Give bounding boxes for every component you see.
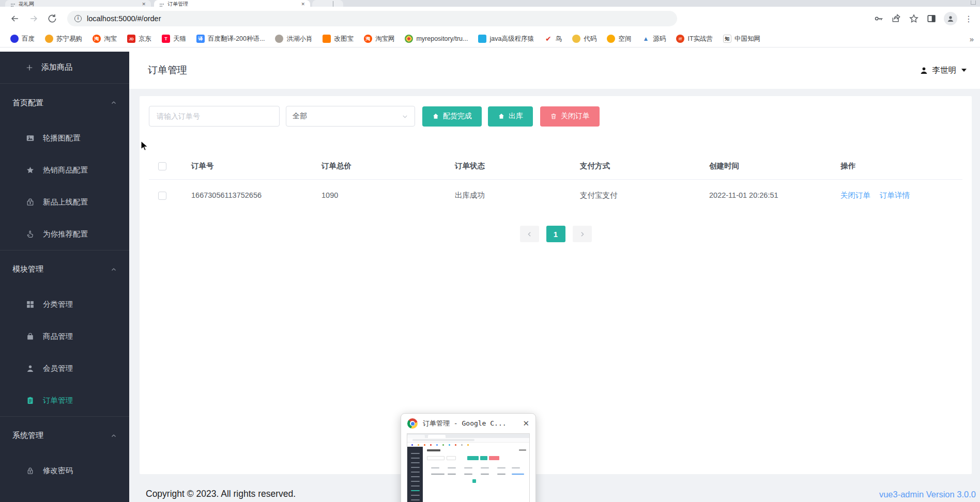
sidebar-item-recommend-config[interactable]: 为你推荐配置 [0, 218, 129, 250]
bookmark-label: 百度翻译-200种语... [208, 35, 265, 43]
bookmark-favicon [323, 35, 331, 43]
button-label: 配货完成 [443, 112, 472, 121]
bookmark-label: myrepository/tru... [416, 35, 468, 42]
bookmark-label: 空间 [618, 35, 631, 43]
column-header: 订单号 [182, 153, 312, 179]
bookmarks-overflow-icon[interactable]: » [970, 35, 974, 43]
tab-strip: 花礼网 ✕ 订单管理 ✕ [0, 0, 980, 7]
bookmark-code[interactable]: 代码 [568, 33, 601, 45]
chrome-logo-icon [407, 418, 418, 429]
prev-page-button[interactable] [520, 226, 539, 242]
row-checkbox[interactable] [158, 192, 166, 200]
sidebar-item-change-password[interactable]: 修改密码 [0, 454, 129, 487]
bookmark-baidu-translate[interactable]: 译百度翻译-200种语... [192, 33, 269, 45]
bookmark-space[interactable]: 空间 [603, 33, 635, 45]
password-key-icon[interactable] [874, 13, 884, 24]
tab-order-management[interactable]: 订单管理 ✕ [154, 0, 310, 7]
sidebar-item-product-management[interactable]: 商品管理 [0, 320, 129, 352]
bookmark-jd[interactable]: JD京东 [123, 33, 156, 45]
back-icon[interactable] [7, 11, 23, 26]
tab-title: 订单管理 [167, 1, 188, 7]
sidebar-item-label: 商品管理 [43, 332, 73, 341]
grid-icon [26, 300, 35, 309]
sidebar-group-home-config[interactable]: 首页配置 [0, 84, 129, 122]
sidebar-group-module-management[interactable]: 模块管理 [0, 250, 129, 288]
bookmark-cnki[interactable]: 知中国知网 [719, 33, 764, 45]
sidebar-item-carousel-config[interactable]: 轮播图配置 [0, 122, 129, 154]
address-bar[interactable]: i localhost:5000/#/order [67, 11, 677, 26]
reload-icon[interactable] [44, 11, 60, 26]
current-page-button[interactable]: 1 [546, 226, 565, 242]
tab-close-icon[interactable]: ✕ [142, 2, 146, 7]
sidebar-item-add-product[interactable]: 添加商品 [0, 52, 129, 84]
bookmark-label: 代码 [584, 35, 596, 43]
select-all-checkbox[interactable] [158, 162, 166, 170]
bookmark-favicon: 淘 [93, 35, 101, 43]
bookmark-favicon [478, 35, 486, 43]
bookmark-it-camp[interactable]: ITIT实战营 [672, 33, 717, 45]
bookmark-label: 淘宝网 [375, 35, 395, 43]
side-panel-icon[interactable] [926, 13, 937, 24]
bookmark-label: 天猫 [173, 35, 186, 43]
bookmark-taobao-wang[interactable]: 淘淘宝网 [360, 33, 399, 45]
tab-partial[interactable] [312, 0, 343, 7]
bookmark-suning[interactable]: 苏宁易购 [41, 33, 86, 45]
filter-row: 全部 配货完成 出库 关闭订单 [149, 106, 962, 127]
popup-thumbnail[interactable] [407, 433, 530, 502]
sidebar-item-label: 热销商品配置 [43, 165, 88, 175]
column-header: 支付方式 [571, 153, 700, 179]
tab-close-icon[interactable]: ✕ [301, 2, 305, 7]
sidebar-item-label: 分类管理 [43, 300, 73, 309]
bookmark-gaitubao[interactable]: 改图宝 [318, 33, 358, 45]
bookmark-label: 淘宝 [104, 35, 117, 43]
cell-total: 1090 [312, 179, 446, 211]
site-info-icon[interactable]: i [74, 15, 82, 22]
sidebar-group-system-management[interactable]: 系统管理 [0, 416, 129, 454]
outbound-button[interactable]: 出库 [488, 106, 533, 127]
bookmark-bird[interactable]: ✔鸟 [540, 33, 566, 45]
sidebar-item-member-management[interactable]: 会员管理 [0, 352, 129, 384]
sidebar-item-new-products-config[interactable]: 新品上线配置 [0, 186, 129, 218]
share-icon[interactable] [891, 13, 901, 24]
user-icon [26, 364, 35, 373]
bookmark-source[interactable]: ▲源码 [637, 33, 670, 45]
hand-pointer-icon [26, 230, 35, 239]
browser-menu-icon[interactable]: ⋮ [964, 14, 973, 24]
cell-pay-method: 支付宝支付 [571, 179, 700, 211]
order-detail-link[interactable]: 订单详情 [880, 191, 910, 199]
bookmark-myrepository[interactable]: myrepository/tru... [401, 33, 472, 44]
bookmark-java[interactable]: java高级程序猿 [474, 33, 538, 45]
preview-close-icon[interactable]: ✕ [523, 419, 529, 428]
tab-huali[interactable]: 花礼网 ✕ [5, 0, 151, 7]
page-title: 订单管理 [148, 64, 187, 77]
url-text[interactable]: localhost:5000/#/order [87, 14, 161, 23]
pagination: 1 [149, 226, 962, 242]
bookmark-baidu[interactable]: 百度 [6, 33, 39, 45]
star-icon [26, 166, 35, 175]
footer-copyright: Copyright © 2023. All rights reserved. [146, 489, 296, 499]
browser-chrome: 花礼网 ✕ 订单管理 ✕ i localhost:5000/#/order [0, 0, 980, 52]
next-page-button[interactable] [573, 226, 592, 242]
bookmark-tmall[interactable]: T天猫 [158, 33, 190, 45]
status-select-value: 全部 [293, 112, 307, 121]
close-order-button[interactable]: 关闭订单 [540, 106, 600, 127]
forward-icon[interactable] [26, 11, 41, 26]
bookmark-favicon [275, 35, 283, 43]
button-label: 出库 [509, 112, 523, 121]
bookmark-favicon: T [162, 35, 170, 43]
orders-table: 订单号 订单总价 订单状态 支付方式 创建时间 操作 1667305611375… [149, 153, 962, 211]
profile-avatar[interactable] [944, 12, 957, 25]
status-select[interactable]: 全部 [286, 106, 415, 127]
sidebar-item-category-management[interactable]: 分类管理 [0, 288, 129, 320]
sidebar-item-hot-products-config[interactable]: 热销商品配置 [0, 154, 129, 186]
sidebar-item-order-management[interactable]: 订单管理 [0, 384, 129, 416]
bookmark-taobao[interactable]: 淘淘宝 [88, 33, 121, 45]
user-menu[interactable]: 李世明 [920, 65, 967, 76]
bookmark-star-icon[interactable] [909, 13, 919, 24]
taskbar-preview-window[interactable]: 订单管理 - Google C... ✕ [401, 413, 536, 502]
bookmark-honghu[interactable]: 洪湖小肖 [271, 33, 316, 45]
order-number-input[interactable] [149, 106, 280, 127]
close-order-link[interactable]: 关闭订单 [840, 191, 870, 199]
delivery-complete-button[interactable]: 配货完成 [422, 106, 482, 127]
footer-version-link[interactable]: vue3-admin Version 3.0.0 [879, 490, 976, 499]
